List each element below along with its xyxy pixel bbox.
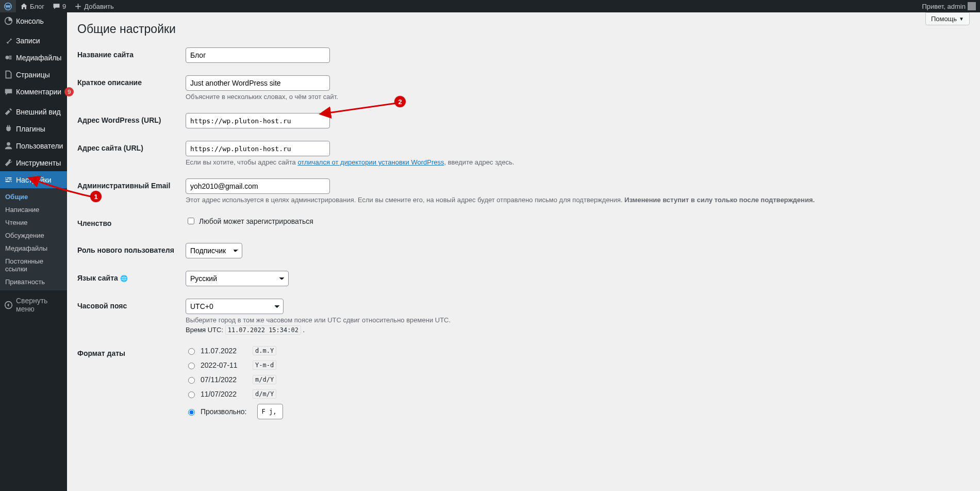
date-option-custom[interactable]: Произвольно: xyxy=(186,407,247,416)
menu-settings[interactable]: Настройки xyxy=(0,171,67,188)
input-home[interactable] xyxy=(186,141,330,156)
menu-media[interactable]: Медиафайлы xyxy=(0,49,67,66)
label-blogname: Название сайта xyxy=(77,41,180,69)
translate-icon: 🌐 xyxy=(120,275,128,282)
date-code-3: d/m/Y xyxy=(253,389,276,399)
plus-icon xyxy=(74,3,82,10)
wp-logo[interactable] xyxy=(0,0,16,12)
radio-date-custom[interactable] xyxy=(188,409,195,416)
submenu-media[interactable]: Медиафайлы xyxy=(0,242,67,255)
submenu-discussion[interactable]: Обсуждение xyxy=(0,229,67,242)
date-code-1: Y-m-d xyxy=(253,361,276,370)
menu-label: Медиафайлы xyxy=(16,54,63,62)
content-area: Общие настройки Название сайта Краткое о… xyxy=(67,0,980,451)
settings-submenu: Общие Написание Чтение Обсуждение Медиаф… xyxy=(0,188,67,290)
wordpress-icon xyxy=(4,3,12,10)
tools-icon xyxy=(4,158,13,167)
comments-count[interactable]: 9 xyxy=(48,0,70,12)
collapse-icon xyxy=(4,301,13,309)
input-date-custom[interactable] xyxy=(257,404,283,419)
submenu-privacy[interactable]: Приватность xyxy=(0,275,67,288)
menu-label: Страницы xyxy=(16,71,63,79)
plugins-icon xyxy=(4,124,13,133)
users-icon xyxy=(4,141,13,150)
input-admin-email[interactable] xyxy=(186,178,330,194)
chevron-down-icon: ▼ xyxy=(959,16,964,22)
user-greeting[interactable]: Привет, admin xyxy=(918,0,980,12)
membership-option[interactable]: Любой может зарегистрироваться xyxy=(186,216,965,226)
menu-label: Записи xyxy=(16,37,63,45)
label-default-role: Роль нового пользователя xyxy=(77,237,180,265)
submenu-general[interactable]: Общие xyxy=(0,190,67,203)
date-option-2[interactable]: 07/11/2022 xyxy=(186,375,242,384)
link-wp-dir-diff[interactable]: отличался от директории установки WordPr… xyxy=(297,158,444,166)
media-icon xyxy=(4,53,13,62)
membership-cb-label: Любой может зарегистрироваться xyxy=(199,217,313,225)
home-icon xyxy=(20,3,28,10)
menu-label: Внешний вид xyxy=(16,108,63,116)
select-timezone[interactable]: UTC+0 xyxy=(186,299,284,314)
settings-icon xyxy=(4,175,13,184)
help-timezone: Выберите город в том же часовом поясе ил… xyxy=(186,316,965,324)
input-blogdesc[interactable] xyxy=(186,75,330,91)
site-name-label: Блог xyxy=(30,3,44,10)
greeting-text: Привет, admin xyxy=(922,3,966,10)
menu-comments[interactable]: Комментарии 9 xyxy=(0,83,67,101)
input-siteurl[interactable] xyxy=(186,113,330,128)
settings-form: Название сайта Краткое описание Объяснит… xyxy=(77,41,970,431)
comment-icon xyxy=(53,3,60,10)
radio-date-0[interactable] xyxy=(188,348,195,355)
comment-icon xyxy=(4,88,13,96)
select-site-lang[interactable]: Русский xyxy=(186,271,289,286)
label-home: Адрес сайта (URL) xyxy=(77,135,180,172)
appearance-icon xyxy=(4,107,13,116)
label-membership: Членство xyxy=(77,210,180,237)
input-blogname[interactable] xyxy=(186,47,330,63)
dashboard-icon xyxy=(4,17,13,25)
radio-date-3[interactable] xyxy=(188,391,195,398)
submenu-permalinks[interactable]: Постоянные ссылки xyxy=(0,255,67,275)
help-blogdesc: Объясните в нескольких словах, о чём это… xyxy=(186,93,965,101)
date-option-0[interactable]: 11.07.2022 xyxy=(186,347,242,355)
admin-bar: Блог 9 Добавить Привет, admin xyxy=(0,0,980,12)
admin-sidebar: Консоль Записи Медиафайлы Страницы Комме… xyxy=(0,12,67,451)
add-new[interactable]: Добавить xyxy=(70,0,118,12)
help-label: Помощь xyxy=(931,15,957,23)
page-icon xyxy=(4,70,13,79)
menu-label: Инструменты xyxy=(16,159,63,167)
help-button[interactable]: Помощь ▼ xyxy=(925,12,970,25)
add-new-label: Добавить xyxy=(84,3,113,10)
select-default-role[interactable]: Подписчик xyxy=(186,243,242,258)
label-blogdesc: Краткое описание xyxy=(77,69,180,107)
menu-pages[interactable]: Страницы xyxy=(0,66,67,83)
collapse-menu[interactable]: Свернуть меню xyxy=(0,292,67,317)
date-option-1[interactable]: 2022-07-11 xyxy=(186,361,242,369)
menu-label: Пользователи xyxy=(16,142,63,150)
radio-date-1[interactable] xyxy=(188,363,195,369)
date-option-3[interactable]: 11/07/2022 xyxy=(186,390,242,398)
svg-point-3 xyxy=(7,142,10,146)
utc-time-code: 11.07.2022 15:34:02 xyxy=(225,325,301,335)
submenu-writing[interactable]: Написание xyxy=(0,203,67,216)
radio-date-2[interactable] xyxy=(188,377,195,384)
menu-plugins[interactable]: Плагины xyxy=(0,120,67,137)
site-name[interactable]: Блог xyxy=(16,0,48,12)
menu-label: Плагины xyxy=(16,125,63,133)
menu-posts[interactable]: Записи xyxy=(0,32,67,49)
checkbox-users-can-register[interactable] xyxy=(188,218,194,224)
menu-tools[interactable]: Инструменты xyxy=(0,154,67,171)
label-date-format: Формат даты xyxy=(77,340,180,431)
help-tabs: Помощь ▼ xyxy=(925,12,970,25)
pin-icon xyxy=(4,36,13,45)
label-timezone: Часовой пояс xyxy=(77,292,180,340)
menu-label: Консоль xyxy=(16,17,63,25)
menu-dashboard[interactable]: Консоль xyxy=(0,12,67,29)
submenu-reading[interactable]: Чтение xyxy=(0,216,67,229)
collapse-label: Свернуть меню xyxy=(16,297,63,313)
menu-appearance[interactable]: Внешний вид xyxy=(0,103,67,120)
label-site-lang: Язык сайта 🌐 xyxy=(77,265,180,292)
avatar xyxy=(968,2,976,10)
help-admin-email: Этот адрес используется в целях админист… xyxy=(186,196,965,204)
menu-label: Настройки xyxy=(16,176,63,184)
menu-users[interactable]: Пользователи xyxy=(0,137,67,154)
